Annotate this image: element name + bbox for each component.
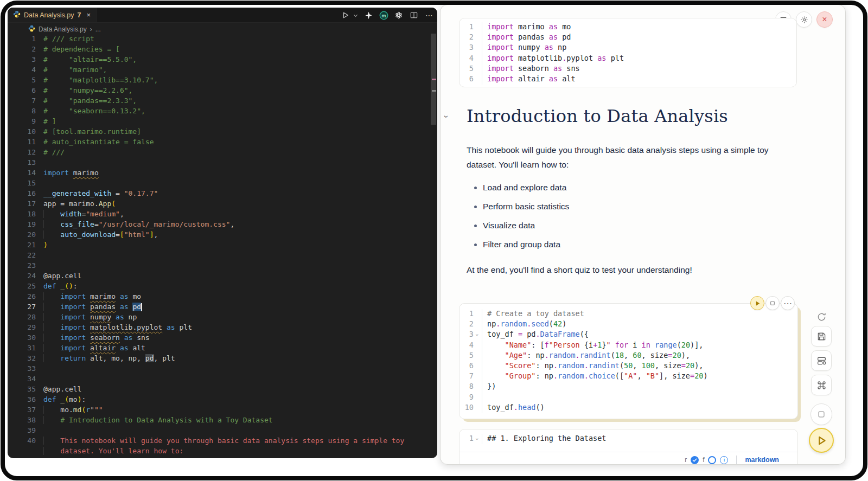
cell-toy-dataset-wrap: 1# Create a toy dataset2np.random.seed(4… — [459, 303, 798, 419]
editor-actions: m ⋯ — [341, 8, 434, 23]
cell-toy-dataset[interactable]: 1# Create a toy dataset2np.random.seed(4… — [459, 303, 798, 419]
run-button[interactable] — [341, 10, 350, 20]
breadcrumb-file: Data Analysis.py — [39, 25, 87, 33]
code-line: 13 — [8, 158, 437, 169]
tab-close-icon[interactable]: × — [86, 11, 91, 19]
code-line: 6 "Score": np.random.randint(50, 100, si… — [459, 361, 797, 371]
section-collapse-chevron-icon[interactable]: › — [445, 112, 448, 121]
fold-gutter — [474, 319, 481, 330]
code-line: 29 import matplotlib.pyplot as plt — [8, 323, 437, 334]
code-line: 24@app.cell — [8, 272, 437, 282]
cell-stop-button[interactable] — [765, 296, 780, 310]
openai-extension-icon[interactable] — [394, 10, 404, 20]
svg-text:m: m — [381, 13, 386, 18]
code-line: 8# "seaborn==0.13.2", — [8, 107, 437, 117]
code-line: 16__generated_with = "0.17.7" — [8, 189, 437, 200]
keyboard-shortcuts-button[interactable] — [811, 375, 832, 395]
code-line: 1import marimo as mo — [459, 22, 796, 33]
code-line: 34 — [8, 375, 437, 385]
overview-ruler-mark — [432, 79, 436, 80]
sparkle-icon[interactable] — [363, 10, 373, 20]
code-line: 36def _(mo): — [8, 395, 437, 406]
code-line: 4# "marimo", — [8, 66, 437, 76]
notebook-side-toolbar — [805, 307, 838, 453]
stop-all-button[interactable] — [810, 403, 832, 425]
save-button[interactable] — [811, 326, 832, 347]
tab-title: Data Analysis.py — [24, 11, 74, 19]
marimo-extension-icon[interactable]: m — [379, 10, 388, 20]
code-editor[interactable]: 1# /// script2# dependencies = [3# "alta… — [8, 35, 437, 457]
code-line: 2import pandas as pd — [459, 33, 796, 43]
code-line: dataset. You'll learn how to: — [8, 447, 437, 457]
run-dropdown-chevron-icon[interactable] — [353, 10, 358, 20]
breadcrumb-more: ... — [95, 25, 101, 33]
cell-exploring-dataset[interactable]: 1›## 1. Exploring the Dataset r f i mark… — [459, 429, 798, 465]
list-item: Visualize data — [483, 221, 779, 230]
split-editor-icon[interactable] — [409, 10, 419, 20]
code-line: 4import matplotlib.pyplot as plt — [459, 54, 796, 64]
code-line: 7# "pandas==2.3.3", — [8, 97, 437, 107]
fold-gutter — [474, 371, 481, 382]
r-toggle-label[interactable]: r — [685, 456, 687, 464]
code-line: 33 — [8, 364, 437, 375]
tab-badge: 7 — [77, 11, 81, 19]
marimo-notebook-window: × 1import marimo as mo2import pandas as … — [440, 4, 846, 465]
code-line: 9 — [459, 393, 797, 403]
code-line: 1# /// script — [8, 35, 437, 45]
code-line: 12# /// — [8, 148, 437, 158]
code-line: 32 return alt, mo, np, pd, plt — [8, 354, 437, 364]
close-button[interactable]: × — [816, 11, 833, 28]
python-icon — [13, 10, 21, 20]
code-line: 26 import marimo as mo — [8, 292, 437, 303]
quiz-paragraph: At the end, you'll find a short quiz to … — [467, 262, 779, 277]
tab-data-analysis[interactable]: Data Analysis.py 7 × — [8, 8, 97, 22]
code-line: 3# "altair==5.5.0", — [8, 55, 437, 66]
f-toggle-label[interactable]: f — [703, 456, 704, 464]
language-label[interactable]: markdown — [745, 456, 779, 464]
check-icon[interactable] — [691, 456, 699, 464]
learn-list: Load and explore dataPerform basic stati… — [467, 183, 779, 249]
cell-imports[interactable]: 1import marimo as mo2import pandas as pd… — [459, 18, 797, 87]
code-line: 17app = marimo.App( — [8, 200, 437, 210]
fold-chevron-icon[interactable]: › — [474, 330, 481, 340]
fold-gutter — [474, 403, 481, 413]
code-line: 27 import pandas as pd — [8, 303, 437, 313]
python-icon — [28, 25, 35, 34]
settings-gear-button[interactable] — [796, 11, 812, 28]
fold-chevron-icon[interactable]: › — [474, 434, 481, 444]
fold-gutter — [474, 361, 481, 371]
breadcrumb[interactable]: Data Analysis.py › ... — [28, 24, 101, 34]
code-line: 22 — [8, 251, 437, 261]
overview-ruler-mark — [432, 90, 436, 92]
code-line: 2np.random.seed(42) — [459, 319, 797, 330]
code-line: 3›toy_df = pd.DataFrame({ — [459, 330, 797, 340]
info-icon[interactable]: i — [720, 456, 728, 464]
fold-gutter — [474, 33, 481, 43]
fold-gutter — [474, 351, 481, 361]
code-line: 31 import altair as alt — [8, 344, 437, 354]
more-actions-icon[interactable]: ⋯ — [424, 10, 434, 20]
code-line: 5# "matplotlib==3.10.7", — [8, 76, 437, 86]
code-line: 4 "Name": [f"Person {i+1}" for i in rang… — [459, 341, 797, 351]
markdown-output: Introduction to Data Analysis This noteb… — [467, 106, 779, 288]
tab-bar: Data Analysis.py 7 × m — [8, 8, 437, 23]
refresh-icon[interactable] — [816, 307, 827, 326]
layout-panels-button[interactable] — [811, 350, 832, 371]
run-all-button[interactable] — [809, 428, 834, 453]
code-line: 3import numpy as np — [459, 43, 796, 53]
code-line: 6# "numpy==2.2.6", — [8, 86, 437, 97]
fold-gutter — [474, 341, 481, 351]
code-line: 2# dependencies = [ — [8, 45, 437, 55]
code-line: 5import seaborn as sns — [459, 64, 796, 74]
fold-gutter — [474, 64, 481, 74]
cell-run-button[interactable] — [750, 296, 764, 310]
code-line: 18 width="medium", — [8, 210, 437, 220]
circle-toggle-icon[interactable] — [708, 456, 716, 464]
intro-paragraph: This notebook will guide you through bas… — [467, 143, 779, 172]
code-line: 28 import numpy as np — [8, 313, 437, 323]
code-line: 35@app.cell — [8, 385, 437, 395]
code-line: 38 # Introduction to Data Analysis with … — [8, 416, 437, 426]
fold-gutter — [474, 22, 481, 33]
cell-more-button[interactable]: ⋯ — [781, 296, 795, 310]
divider — [736, 456, 737, 464]
